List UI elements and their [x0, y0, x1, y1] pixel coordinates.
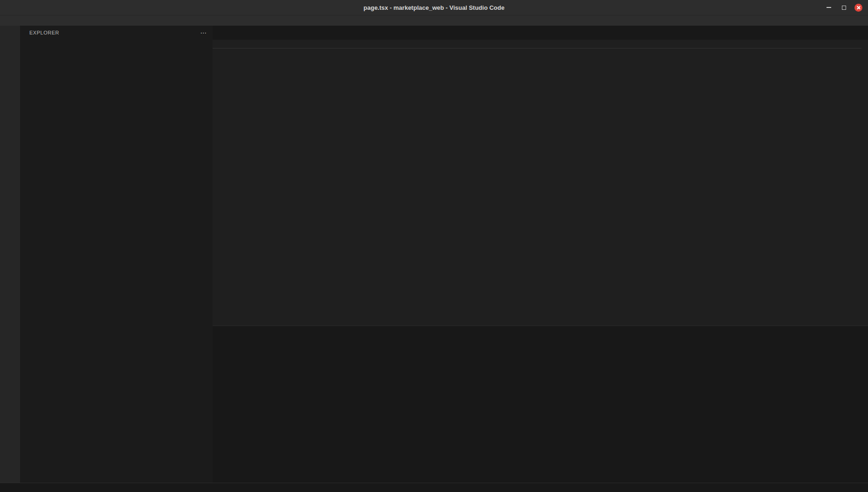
bottom-panel: [213, 326, 868, 483]
explorer-header: EXPLORER ⋯: [20, 26, 213, 40]
editor-tab-bar: [213, 26, 868, 40]
code-editor[interactable]: [213, 48, 868, 326]
close-icon: [856, 6, 861, 10]
explorer-sidebar: EXPLORER ⋯: [20, 26, 213, 483]
explorer-title: EXPLORER: [29, 30, 59, 35]
ellipsis-icon[interactable]: ⋯: [200, 29, 207, 36]
panel-header: [213, 326, 868, 340]
minimize-button[interactable]: [825, 3, 833, 12]
title-bar: page.tsx - marketplace_web - Visual Stud…: [0, 0, 868, 15]
breadcrumb: [213, 40, 868, 48]
minimap[interactable]: [817, 48, 861, 326]
window-title: page.tsx - marketplace_web - Visual Stud…: [75, 4, 793, 11]
overview-ruler[interactable]: [861, 48, 868, 326]
close-button[interactable]: [854, 4, 862, 12]
status-bar: [0, 483, 868, 492]
minimize-icon: [827, 7, 831, 8]
menu-bar: [0, 15, 868, 26]
vscode-window: page.tsx - marketplace_web - Visual Stud…: [0, 0, 868, 492]
terminal[interactable]: [213, 340, 868, 483]
sticky-scroll-line: [213, 48, 868, 49]
maximize-icon: [842, 6, 846, 10]
activity-bar: [0, 26, 20, 483]
maximize-button[interactable]: [840, 3, 848, 12]
